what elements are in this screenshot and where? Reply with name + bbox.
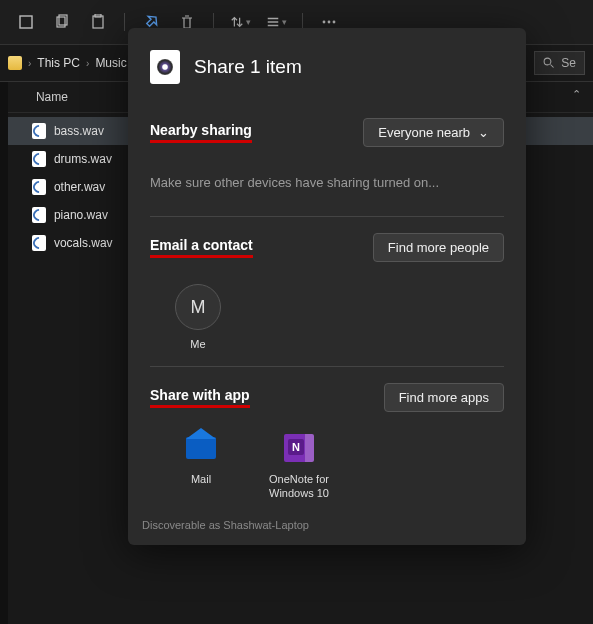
chevron-right-icon: › <box>86 58 89 69</box>
search-placeholder: Se <box>561 56 576 70</box>
divider <box>124 13 125 31</box>
folder-icon <box>8 56 22 70</box>
breadcrumb-folder[interactable]: Music <box>95 56 126 70</box>
audio-file-icon <box>32 207 46 223</box>
new-icon[interactable] <box>12 8 40 36</box>
find-apps-button[interactable]: Find more apps <box>384 383 504 412</box>
audio-file-icon <box>32 151 46 167</box>
nearby-section: Nearby sharing Everyone nearb ⌄ Make sur… <box>128 118 526 190</box>
breadcrumb-root[interactable]: This PC <box>37 56 80 70</box>
share-item-icon <box>150 50 180 84</box>
share-header: Share 1 item <box>128 28 526 102</box>
chevron-up-icon[interactable]: ⌃ <box>572 88 581 101</box>
copy-icon[interactable] <box>48 8 76 36</box>
share-footer: Discoverable as Shashwat-Laptop <box>128 509 526 531</box>
avatar: M <box>175 284 221 330</box>
divider <box>150 216 504 217</box>
search-input[interactable]: Se <box>534 51 585 75</box>
paste-icon[interactable] <box>84 8 112 36</box>
app-name: Mail <box>191 472 211 486</box>
svg-rect-3 <box>93 16 103 28</box>
svg-point-7 <box>333 21 336 24</box>
audio-file-icon <box>32 123 46 139</box>
file-name: other.wav <box>54 180 105 194</box>
nearby-dropdown-value: Everyone nearb <box>378 125 470 140</box>
share-title: Share 1 item <box>194 56 302 78</box>
app-tile-mail[interactable]: Mail <box>162 434 240 501</box>
app-tile-onenote[interactable]: OneNote for Windows 10 <box>260 434 338 501</box>
audio-file-icon <box>32 235 46 251</box>
email-label: Email a contact <box>150 237 253 258</box>
find-people-button[interactable]: Find more people <box>373 233 504 262</box>
svg-point-8 <box>544 58 551 65</box>
apps-section: Share with app Find more apps Mail OneNo… <box>128 383 526 509</box>
onenote-icon <box>284 434 314 462</box>
column-name[interactable]: Name <box>36 90 68 104</box>
share-dialog: Share 1 item Nearby sharing Everyone nea… <box>128 28 526 545</box>
divider <box>150 366 504 367</box>
svg-rect-0 <box>20 16 32 28</box>
svg-point-6 <box>328 21 331 24</box>
email-section: Email a contact Find more people M Me <box>128 233 526 350</box>
chevron-right-icon: › <box>28 58 31 69</box>
audio-file-icon <box>32 179 46 195</box>
app-name: OneNote for Windows 10 <box>260 472 338 501</box>
file-name: piano.wav <box>54 208 108 222</box>
file-name: drums.wav <box>54 152 112 166</box>
search-icon <box>543 57 555 69</box>
mail-icon <box>186 437 216 459</box>
nearby-label: Nearby sharing <box>150 122 252 143</box>
contact-name: Me <box>190 338 205 350</box>
nearby-hint: Make sure other devices have sharing tur… <box>150 175 504 190</box>
nearby-dropdown[interactable]: Everyone nearb ⌄ <box>363 118 504 147</box>
apps-label: Share with app <box>150 387 250 408</box>
chevron-down-icon: ⌄ <box>478 125 489 140</box>
sidebar-edge[interactable] <box>0 82 8 624</box>
breadcrumb[interactable]: This PC › Music <box>37 56 126 70</box>
file-name: bass.wav <box>54 124 104 138</box>
file-name: vocals.wav <box>54 236 113 250</box>
svg-point-5 <box>323 21 326 24</box>
contact-tile[interactable]: M Me <box>168 284 228 350</box>
